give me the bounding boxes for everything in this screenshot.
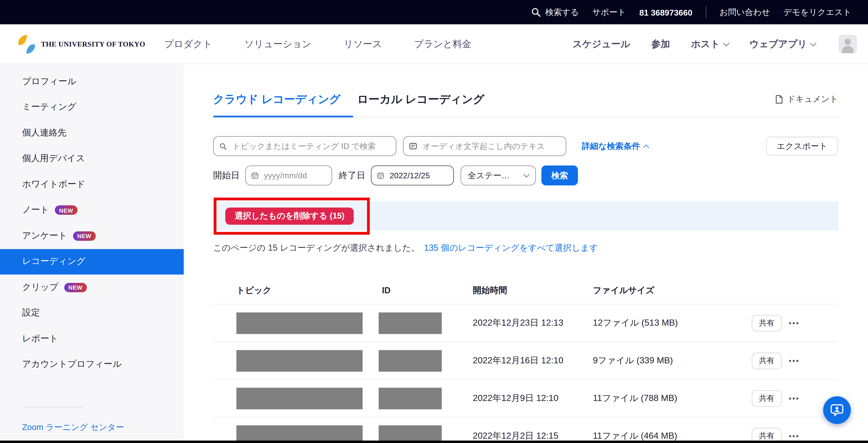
sidebar: プロフィール ミーティング 個人連絡先 個人用デバイス ホワイトボード ノートN… <box>0 64 184 443</box>
status-select[interactable]: 全ステー… <box>461 165 536 185</box>
delete-selected-button[interactable]: 選択したものを削除する (15) <box>225 207 354 224</box>
chevron-up-icon <box>643 145 649 151</box>
top-utility-bar: 検索する サポート 81 368973660 お問い合わせ デモをリクエスト <box>0 0 868 24</box>
share-button[interactable]: 共有 <box>752 352 782 369</box>
redacted-id <box>378 387 442 409</box>
nav-item-products[interactable]: プロダクト <box>164 38 212 51</box>
sidebar-item-label: 個人連絡先 <box>22 127 66 139</box>
document-icon <box>775 94 783 104</box>
more-options-icon[interactable]: ••• <box>789 356 800 365</box>
page: 検索する サポート 81 368973660 お問い合わせ デモをリクエスト T… <box>0 0 868 443</box>
search-button[interactable]: 検索 <box>541 165 578 185</box>
column-header-id: ID <box>382 286 391 296</box>
learning-center-link[interactable]: Zoom ラーニング センター <box>22 422 184 433</box>
column-header-file-size: ファイルサイズ <box>593 285 654 296</box>
bulk-action-band: 選択したものを削除する (15) <box>213 201 838 230</box>
nav-item-schedule[interactable]: スケジュール <box>573 38 630 51</box>
redacted-id <box>378 312 442 334</box>
select-all-link[interactable]: 135 個のレコーディングをすべて選択します <box>424 243 598 254</box>
tab-local-recordings[interactable]: ローカル レコーディング <box>357 91 485 107</box>
avatar[interactable] <box>839 35 857 53</box>
documentation-link[interactable]: ドキュメント <box>775 94 838 104</box>
new-badge: NEW <box>55 205 78 215</box>
more-options-icon[interactable]: ••• <box>789 319 800 327</box>
export-button[interactable]: エクスポート <box>766 137 838 155</box>
column-header-start-time: 開始時間 <box>473 285 507 296</box>
sidebar-item-recordings[interactable]: レコーディング <box>0 249 184 274</box>
start-date-field[interactable] <box>245 165 332 185</box>
end-date-field[interactable] <box>371 165 454 185</box>
chevron-down-icon <box>723 40 729 46</box>
table-row: 2022年12月9日 12:10 11ファイル (788 MB) 共有 ••• <box>213 380 838 417</box>
sidebar-item-whiteboard[interactable]: ホワイトボード <box>0 171 184 197</box>
start-date-input[interactable] <box>263 170 326 181</box>
nav-item-solutions[interactable]: ソリューション <box>244 38 312 51</box>
nav-item-join[interactable]: 参加 <box>651 38 670 51</box>
nav-item-webapp[interactable]: ウェブアプリ <box>749 38 815 51</box>
share-button[interactable]: 共有 <box>752 390 782 407</box>
end-date-input[interactable] <box>389 170 448 181</box>
tab-cloud-recordings[interactable]: クラウド レコーディング <box>213 91 340 107</box>
nav-account-links: スケジュール 参加 ホスト ウェブアプリ <box>573 35 857 53</box>
table-header-row: トピック ID 開始時間 ファイルサイズ <box>213 277 838 304</box>
transcript-search-input[interactable] <box>422 141 560 151</box>
topbar-phone-number[interactable]: 81 368973660 <box>639 7 692 17</box>
new-badge: NEW <box>73 231 96 241</box>
calendar-icon <box>251 171 259 180</box>
sidebar-item-label: レコーディング <box>22 256 86 267</box>
table-row: 2022年12月16日 12:10 9ファイル (339 MB) 共有 ••• <box>213 342 838 380</box>
share-button[interactable]: 共有 <box>752 315 782 331</box>
sidebar-item-label: 設定 <box>22 307 40 319</box>
redacted-topic <box>236 312 363 334</box>
tabs-underline <box>213 116 838 117</box>
sidebar-item-surveys[interactable]: アンケートNEW <box>0 223 184 249</box>
university-logo[interactable]: THE UNIVERSITY OF TOKYO <box>17 34 145 55</box>
nav-item-webapp-label: ウェブアプリ <box>749 38 807 51</box>
redacted-topic <box>236 387 363 409</box>
topbar-search[interactable]: 検索する <box>531 7 579 18</box>
column-header-topic: トピック <box>236 285 272 296</box>
nav-item-host[interactable]: ホスト <box>691 38 728 51</box>
sidebar-item-notes[interactable]: ノートNEW <box>0 197 184 223</box>
search-icon <box>219 142 227 150</box>
sidebar-item-account-profile[interactable]: アカウントプロフィール <box>0 352 184 377</box>
support-chat-button[interactable] <box>823 396 851 424</box>
more-options-icon[interactable]: ••• <box>789 394 800 402</box>
tabs-row: クラウド レコーディング ローカル レコーディング ドキュメント <box>213 91 838 107</box>
sidebar-item-settings[interactable]: 設定 <box>0 300 184 326</box>
sidebar-divider <box>22 407 83 407</box>
row-file-size: 12ファイル (513 MB) <box>593 317 678 329</box>
nav-item-plans[interactable]: プランと料金 <box>414 38 471 51</box>
topic-search-input[interactable] <box>231 141 390 151</box>
date-filter-row: 開始日 終了日 全ステー… 検索 <box>213 165 838 185</box>
search-filter-row: 詳細な検索条件 エクスポート <box>213 136 838 156</box>
topic-search-field[interactable] <box>213 136 396 156</box>
more-options-icon[interactable]: ••• <box>789 432 800 440</box>
sidebar-item-devices[interactable]: 個人用デバイス <box>0 146 184 171</box>
sidebar-item-profile[interactable]: プロフィール <box>0 69 184 94</box>
topbar-contact-link[interactable]: お問い合わせ <box>719 7 770 18</box>
sidebar-item-label: アカウントプロフィール <box>22 359 122 371</box>
university-logo-icon <box>17 34 36 55</box>
sidebar-item-label: ミーティング <box>22 101 76 113</box>
nav-item-resources[interactable]: リソース <box>344 38 382 51</box>
sidebar-item-meetings[interactable]: ミーティング <box>0 94 184 120</box>
sidebar-item-label: クリップ <box>22 282 58 293</box>
nav-primary-links: プロダクト ソリューション リソース プランと料金 <box>164 38 471 51</box>
table-row: 2022年12月2日 12:15 11ファイル (464 MB) 共有 ••• <box>213 417 838 443</box>
sidebar-item-reports[interactable]: レポート <box>0 326 184 352</box>
recordings-table: トピック ID 開始時間 ファイルサイズ 2022年12月23日 12:13 1… <box>213 277 838 443</box>
topbar-support-link[interactable]: サポート <box>592 7 626 18</box>
advanced-search-link[interactable]: 詳細な検索条件 <box>582 141 648 151</box>
sidebar-item-clips[interactable]: クリップNEW <box>0 275 184 300</box>
status-select-value: 全ステー… <box>468 170 509 181</box>
bottom-edge-bar <box>0 440 868 443</box>
nav-item-host-label: ホスト <box>691 38 720 51</box>
transcript-search-field[interactable] <box>403 136 566 156</box>
end-date-label: 終了日 <box>339 170 365 181</box>
selection-summary-text: このページの 15 レコーディングが選択されました。 <box>213 243 420 254</box>
documentation-label: ドキュメント <box>787 94 838 104</box>
recordings-content: クラウド レコーディング ローカル レコーディング ドキュメント <box>184 64 868 443</box>
sidebar-item-contacts[interactable]: 個人連絡先 <box>0 120 184 146</box>
topbar-request-demo-link[interactable]: デモをリクエスト <box>783 7 851 18</box>
